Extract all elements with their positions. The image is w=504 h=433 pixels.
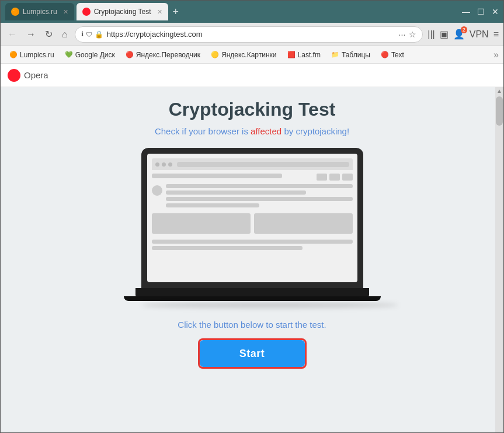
browser-window: 🟠 Lumpics.ru ✕ Cryptojacking Test ✕ + — … (0, 0, 504, 433)
screen-top-bar (152, 174, 283, 178)
screen-lines-1 (166, 184, 353, 207)
minimize-button[interactable]: — (462, 7, 470, 16)
address-input-wrap[interactable]: ℹ 🛡 🔒 https://cryptojackingtest.com ··· … (75, 26, 423, 43)
right-scrollbar[interactable]: ▲ (495, 87, 503, 432)
laptop-screen-outer (141, 148, 363, 288)
wallet-button[interactable]: 👤 2 (453, 29, 465, 40)
lumpics-favicon: 🟠 (11, 8, 19, 16)
more-button[interactable]: ··· (399, 30, 406, 39)
forward-button[interactable]: → (24, 27, 38, 42)
laptop-foot (124, 296, 381, 301)
yandex-images-bm-icon: 🟡 (211, 51, 219, 58)
lumpics-bm-label: Lumpics.ru (20, 51, 54, 59)
opera-logo[interactable]: Opera (8, 69, 48, 82)
screen-body (152, 174, 353, 250)
window-controls: — ☐ ✕ (462, 7, 499, 16)
tablitsy-bm-label: Таблицы (342, 51, 370, 59)
screen-line-3 (166, 197, 353, 201)
menu-button[interactable]: ≡ (493, 29, 499, 40)
screen-line-2 (166, 190, 306, 195)
tablitsy-bm-icon: 📁 (331, 51, 339, 58)
google-disk-bm-label: Google Диск (75, 51, 115, 59)
bookmark-lumpics[interactable]: 🟠 Lumpics.ru (5, 49, 58, 61)
laptop-shadow (141, 302, 398, 308)
bookmark-tablitsy[interactable]: 📁 Таблицы (327, 49, 374, 61)
new-tab-button[interactable]: + (173, 6, 179, 18)
screen-dot-3 (168, 162, 172, 167)
screen-line-1 (166, 184, 353, 188)
screen-box-2 (254, 213, 353, 234)
opera-logo-text: Opera (24, 70, 48, 80)
bookmark-lastfm[interactable]: 🟥 Last.fm (283, 49, 325, 61)
bookmark-google-disk[interactable]: 💚 Google Диск (61, 49, 119, 61)
lastfm-bm-icon: 🟥 (287, 51, 296, 58)
page-subtitle: Check if your browser is affected by cry… (155, 126, 349, 136)
page-content: Cryptojacking Test Check if your browser… (1, 87, 503, 432)
shield-icon: 🛡 (86, 31, 92, 38)
opera-favicon (82, 8, 91, 16)
screen-sq-3 (342, 174, 353, 181)
screen-line-6 (152, 246, 303, 250)
screen-browser-bar (152, 158, 353, 170)
tab-lumpics-close[interactable]: ✕ (63, 8, 68, 16)
screen-row-1 (152, 184, 353, 207)
screen-dot-1 (155, 162, 159, 167)
bookmark-yandex-translator[interactable]: 🔴 Яндекс.Переводчик (121, 49, 204, 61)
laptop (141, 148, 363, 308)
screen-addr-bar (177, 162, 349, 167)
screen-top-row (152, 174, 353, 181)
scrollbar-thumb[interactable] (496, 96, 503, 126)
screen-squares (317, 174, 353, 181)
screen-line-5 (152, 240, 353, 244)
security-icons: ℹ 🛡 🔒 (81, 30, 103, 39)
laptop-screen-inner (147, 154, 357, 282)
lastfm-bm-label: Last.fm (298, 51, 321, 59)
bookmark-yandex-images[interactable]: 🟡 Яндекс.Картинки (207, 49, 281, 61)
wallet-badge: 2 (461, 26, 467, 33)
reader-icon[interactable]: ▣ (440, 29, 449, 40)
screen-circle (152, 185, 162, 196)
tab-lumpics-label: Lumpics.ru (23, 8, 57, 16)
close-button[interactable]: ✕ (492, 7, 499, 16)
address-text: https://cryptojackingtest.com (107, 30, 395, 39)
maximize-button[interactable]: ☐ (477, 7, 485, 16)
bookmarks-more-button[interactable]: » (493, 50, 499, 60)
click-instruction: Click the button below to start the test… (178, 320, 326, 330)
screen-sq-1 (317, 174, 327, 181)
home-button[interactable]: ⌂ (60, 27, 70, 42)
subtitle-highlight: affected (251, 126, 281, 136)
opera-bar: Opera (1, 64, 503, 87)
yandex-translator-bm-label: Яндекс.Переводчик (136, 51, 200, 59)
info-icon: ℹ (81, 30, 84, 38)
tab-cryptojacking[interactable]: Cryptojacking Test ✕ (77, 3, 168, 20)
vpn-button[interactable]: VPN (470, 29, 489, 40)
yandex-translator-bm-icon: 🔴 (126, 51, 134, 58)
screen-dot-2 (162, 162, 166, 167)
tab-cryptojacking-label: Cryptojacking Test (94, 8, 151, 16)
text-bm-label: Text (391, 51, 404, 59)
screen-line-4 (166, 203, 259, 207)
history-icon[interactable]: ||| (427, 29, 435, 40)
reload-button[interactable]: ↻ (43, 26, 55, 42)
text-bm-icon: 🔴 (381, 51, 389, 58)
opera-circle-icon (8, 69, 20, 82)
laptop-illustration (141, 148, 363, 308)
bookmarks-bar: 🟠 Lumpics.ru 💚 Google Диск 🔴 Яндекс.Пере… (1, 46, 503, 64)
bookmark-star-button[interactable]: ☆ (409, 30, 416, 39)
start-button[interactable]: Start (200, 340, 305, 367)
title-bar: 🟠 Lumpics.ru ✕ Cryptojacking Test ✕ + — … (1, 1, 503, 23)
tab-cryptojacking-close[interactable]: ✕ (157, 8, 162, 16)
page-title: Cryptojacking Test (169, 99, 336, 120)
bookmark-text[interactable]: 🔴 Text (377, 49, 408, 61)
scroll-up-arrow[interactable]: ▲ (495, 87, 503, 95)
yandex-images-bm-label: Яндекс.Картинки (221, 51, 277, 59)
laptop-base (135, 288, 369, 296)
screen-boxes (152, 213, 353, 234)
screen-box-1 (152, 213, 251, 234)
lock-icon: 🔒 (95, 30, 103, 39)
screen-sq-2 (329, 174, 340, 181)
back-button[interactable]: ← (5, 27, 19, 42)
tab-lumpics[interactable]: 🟠 Lumpics.ru ✕ (5, 3, 74, 20)
lumpics-bm-icon: 🟠 (9, 51, 18, 58)
address-bar: ← → ↻ ⌂ ℹ 🛡 🔒 https://cryptojackingtest.… (1, 23, 503, 46)
